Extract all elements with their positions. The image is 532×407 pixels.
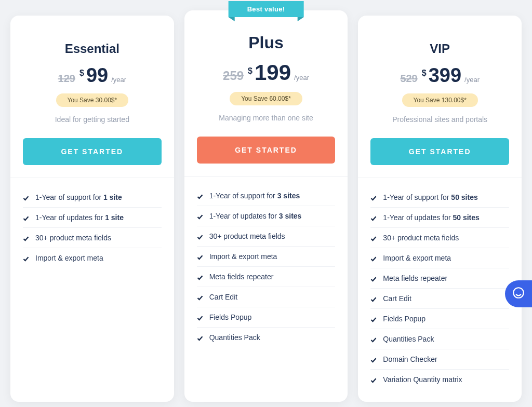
feature-text: Fields Popup [209,313,252,321]
pricing-container: Essential 129 $ 99 /year You Save 30.00$… [10,16,522,402]
check-icon [370,377,377,383]
price: 199 [255,62,291,84]
feature-text: Import & export meta [383,254,451,262]
features-list: 1-Year of support for 3 sites1-Year of u… [184,177,348,360]
cta-wrap: GET STARTED [10,138,174,178]
check-icon [23,215,29,221]
feature-item: 1-Year of support for 3 sites [197,186,336,206]
save-badge: You Save 130.00$* [402,93,478,107]
feature-bold: 50 sites [453,213,479,222]
feature-item: Variation Quantity matrix [370,370,509,389]
feature-text: 1-Year of updates for 50 sites [383,213,480,222]
get-started-button[interactable]: GET STARTED [23,138,162,165]
check-icon [197,213,203,220]
check-icon [23,195,29,201]
feature-item: 1-Year of updates for 3 sites [197,206,336,226]
check-icon [23,235,29,241]
feature-text: Quantities Pack [383,335,434,343]
save-badge: You Save 30.00$* [56,93,129,107]
plan-name: Plus [197,33,336,52]
feature-bold: 50 sites [451,193,477,201]
plan-card-vip: VIP 529 $ 399 /year You Save 130.00$* Pr… [358,16,522,402]
old-price: 129 [58,73,75,85]
old-price: 529 [400,73,417,85]
check-icon [197,254,203,260]
check-icon [197,274,203,280]
feature-text: 1-Year of updates for 3 sites [209,212,302,220]
feature-item: 30+ product meta fields [197,226,336,247]
plan-name: Essential [23,42,162,56]
features-list: 1-Year of support for 50 sites1-Year of … [358,178,522,402]
feature-item: Domain Checker [370,349,509,370]
feature-bold: 1 site [103,193,122,201]
feature-item: Meta fields repeater [370,268,509,289]
period: /year [464,76,480,84]
plan-tagline: Professional sites and portals [370,115,509,124]
feature-item: 1-Year of updates for 1 site [23,208,162,228]
period: /year [294,74,309,82]
feature-item: Quantities Pack [370,329,509,349]
check-icon [370,235,377,241]
check-icon [197,294,203,301]
feature-item: Cart Edit [197,287,336,307]
feature-text: Cart Edit [209,293,237,301]
plan-header: Plus 259 $ 199 /year You Save 60.00$* Ma… [184,10,348,137]
feature-text: 1-Year of support for 1 site [35,193,122,201]
feature-item: 30+ product meta fields [23,228,162,248]
help-chat-button[interactable] [505,280,532,307]
check-icon [370,215,377,221]
feature-item: Cart Edit [370,289,509,309]
feature-bold: 1 site [105,213,124,222]
plan-card-plus: Best value! Plus 259 $ 199 /year You Sav… [184,10,348,402]
currency: $ [422,69,427,78]
cta-wrap: GET STARTED [358,138,522,178]
currency: $ [248,66,252,76]
best-value-ribbon: Best value! [229,1,304,17]
feature-text: Import & export meta [35,254,103,262]
svg-point-0 [513,288,524,298]
feature-item: Quantities Pack [197,328,336,347]
plan-card-essential: Essential 129 $ 99 /year You Save 30.00$… [10,16,174,402]
check-icon [370,255,377,262]
get-started-button[interactable]: GET STARTED [370,138,509,165]
feature-text: Meta fields repeater [383,274,447,282]
feature-item: Fields Popup [197,307,336,328]
feature-item: 1-Year of support for 50 sites [370,187,509,208]
feature-bold: 3 sites [277,192,300,200]
check-icon [197,335,203,341]
get-started-button[interactable]: GET STARTED [197,137,336,164]
old-price: 259 [223,69,244,83]
cta-wrap: GET STARTED [184,137,348,176]
price-row: 529 $ 399 /year [370,65,509,85]
feature-item: 1-Year of updates for 50 sites [370,208,509,228]
features-list: 1-Year of support for 1 site1-Year of up… [10,178,174,280]
check-icon [370,276,377,282]
plan-tagline: Managing more than one site [197,114,336,122]
feature-item: Import & export meta [23,248,162,268]
feature-text: 1-Year of updates for 1 site [35,213,124,222]
feature-text: Cart Edit [383,294,411,303]
feature-text: 30+ product meta fields [35,234,111,242]
check-icon [370,336,377,343]
plan-name: VIP [370,42,509,56]
feature-text: Fields Popup [383,315,425,323]
check-icon [370,357,377,363]
price-row: 129 $ 99 /year [23,65,162,85]
feature-item: 1-Year of support for 1 site [23,187,162,208]
feature-text: 1-Year of support for 3 sites [209,192,300,200]
check-icon [370,296,377,302]
feature-item: Import & export meta [370,248,509,268]
check-icon [370,195,377,201]
price: 99 [86,65,108,85]
price: 399 [429,65,461,85]
check-icon [197,315,203,321]
feature-item: Fields Popup [370,309,509,329]
feature-text: 30+ product meta fields [209,232,285,240]
plan-header: VIP 529 $ 399 /year You Save 130.00$* Pr… [358,16,522,138]
save-badge: You Save 60.00$* [230,92,302,105]
feature-item: Meta fields repeater [197,267,336,287]
feature-item: Import & export meta [197,247,336,267]
feature-item: 30+ product meta fields [370,228,509,248]
check-icon [23,255,29,262]
price-row: 259 $ 199 /year [197,62,336,84]
